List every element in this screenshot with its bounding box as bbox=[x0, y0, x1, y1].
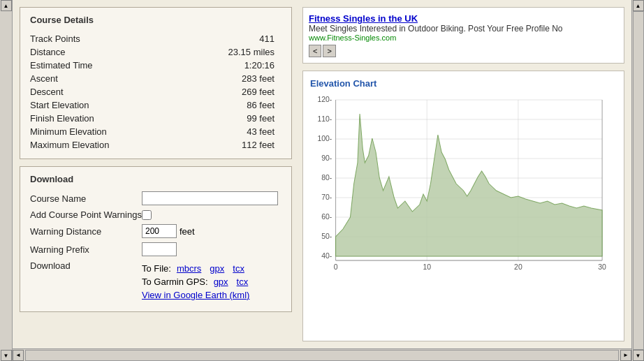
add-warnings-checkbox[interactable] bbox=[142, 210, 152, 220]
detail-label: Distance bbox=[30, 45, 142, 59]
svg-text:120-: 120- bbox=[317, 96, 332, 103]
detail-value: 23.15 miles bbox=[142, 45, 281, 59]
chart-title: Elevation Chart bbox=[310, 78, 617, 89]
add-warnings-row: Add Course Point Warnings bbox=[30, 209, 281, 220]
scroll-right-button[interactable]: ► bbox=[620, 350, 631, 361]
detail-label: Descent bbox=[30, 85, 142, 98]
detail-value: 411 bbox=[142, 32, 281, 45]
download-title: Download bbox=[30, 174, 281, 184]
ad-navigation: < > bbox=[309, 45, 618, 57]
course-name-input[interactable] bbox=[142, 191, 278, 205]
right-scroll-down-button[interactable]: ▼ bbox=[633, 350, 644, 361]
warning-distance-row: Warning Distance feet bbox=[30, 224, 281, 238]
svg-text:90-: 90- bbox=[321, 154, 332, 162]
warning-distance-unit: feet bbox=[180, 226, 195, 237]
table-row: Track Points411 bbox=[30, 32, 281, 45]
tcx-file-link[interactable]: tcx bbox=[233, 263, 244, 274]
course-details-box: Course Details Track Points411Distance23… bbox=[20, 7, 292, 159]
svg-text:110-: 110- bbox=[317, 115, 332, 123]
download-label: Download bbox=[30, 260, 142, 271]
to-file-label: To File: bbox=[142, 263, 171, 274]
detail-label: Estimated Time bbox=[30, 59, 142, 72]
detail-value: 99 feet bbox=[142, 112, 281, 125]
warning-prefix-row: Warning Prefix bbox=[30, 242, 281, 256]
scroll-up-button[interactable]: ▲ bbox=[1, 0, 12, 11]
tcx-garmin-link[interactable]: tcx bbox=[237, 277, 249, 287]
warning-prefix-input[interactable] bbox=[142, 242, 177, 256]
left-panel: Course Details Track Points411Distance23… bbox=[20, 7, 292, 341]
svg-text:40-: 40- bbox=[321, 252, 332, 260]
detail-label: Finish Elevation bbox=[30, 112, 142, 125]
scroll-left-button[interactable]: ◄ bbox=[13, 350, 24, 361]
scroll-down-button[interactable]: ▼ bbox=[1, 350, 12, 361]
to-file-row: To File: mbcrs gpx tcx bbox=[142, 263, 249, 274]
table-row: Distance23.15 miles bbox=[30, 45, 281, 59]
table-row: Estimated Time1:20:16 bbox=[30, 59, 281, 72]
svg-text:80-: 80- bbox=[321, 174, 332, 182]
warning-prefix-label: Warning Prefix bbox=[30, 244, 142, 255]
detail-value: 112 feet bbox=[142, 138, 281, 152]
download-box: Download Course Name Add Course Point Wa… bbox=[20, 166, 292, 312]
ad-url: www.Fitness-Singles.com bbox=[309, 34, 618, 42]
svg-text:10: 10 bbox=[423, 263, 431, 271]
bottom-scrollbar: ◄ ► bbox=[13, 348, 631, 361]
table-row: Ascent283 feet bbox=[30, 72, 281, 85]
to-garmin-row: To Garmin GPS: gpx tcx bbox=[142, 277, 249, 287]
elevation-area bbox=[336, 114, 603, 256]
download-links: To File: mbcrs gpx tcx To Garmin GPS: gp… bbox=[142, 263, 249, 300]
detail-value: 283 feet bbox=[142, 72, 281, 85]
table-row: Minimum Elevation43 feet bbox=[30, 125, 281, 138]
detail-label: Minimum Elevation bbox=[30, 125, 142, 138]
course-details-table: Track Points411Distance23.15 milesEstima… bbox=[30, 32, 281, 152]
course-name-label: Course Name bbox=[30, 193, 142, 204]
detail-label: Ascent bbox=[30, 72, 142, 85]
detail-label: Maximum Elevation bbox=[30, 138, 142, 152]
table-row: Start Elevation86 feet bbox=[30, 98, 281, 112]
svg-text:50-: 50- bbox=[321, 233, 332, 240]
detail-label: Start Elevation bbox=[30, 98, 142, 112]
detail-value: 269 feet bbox=[142, 85, 281, 98]
left-scrollbar: ▲ ▼ bbox=[0, 0, 13, 361]
ad-box: Fitness Singles in the UK Meet Singles I… bbox=[302, 7, 624, 64]
mbcrs-link[interactable]: mbcrs bbox=[177, 263, 201, 274]
course-name-row: Course Name bbox=[30, 191, 281, 205]
warning-distance-input[interactable] bbox=[142, 224, 177, 238]
svg-text:70-: 70- bbox=[321, 193, 332, 201]
elevation-chart-svg: 120- 110- 100- 90- 80- 70- bbox=[310, 93, 617, 274]
svg-text:0: 0 bbox=[334, 263, 338, 271]
svg-text:100-: 100- bbox=[317, 135, 332, 142]
to-garmin-label: To Garmin GPS: bbox=[142, 277, 208, 287]
horizontal-scroll-track[interactable] bbox=[25, 350, 619, 361]
ad-title[interactable]: Fitness Singles in the UK bbox=[309, 13, 618, 24]
svg-text:20: 20 bbox=[514, 263, 522, 271]
ad-prev-button[interactable]: < bbox=[309, 45, 321, 57]
vertical-scroll-track[interactable] bbox=[633, 11, 644, 350]
download-links-row: Download To File: mbcrs gpx tcx bbox=[30, 260, 281, 300]
table-row: Descent269 feet bbox=[30, 85, 281, 98]
ad-next-button[interactable]: > bbox=[323, 45, 335, 57]
detail-value: 1:20:16 bbox=[142, 59, 281, 72]
right-panel: Fitness Singles in the UK Meet Singles I… bbox=[302, 7, 624, 341]
warning-distance-label: Warning Distance bbox=[30, 226, 142, 237]
table-row: Finish Elevation99 feet bbox=[30, 112, 281, 125]
chart-container: 120- 110- 100- 90- 80- 70- bbox=[310, 93, 617, 274]
ad-description: Meet Singles Interested in Outdoor Bikin… bbox=[309, 24, 618, 34]
view-google-link[interactable]: View in Google Earth (kml) bbox=[142, 290, 249, 300]
gpx-file-link[interactable]: gpx bbox=[210, 263, 224, 274]
detail-value: 86 feet bbox=[142, 98, 281, 112]
svg-text:60-: 60- bbox=[321, 213, 332, 221]
add-warnings-label: Add Course Point Warnings bbox=[30, 209, 142, 220]
gpx-garmin-link[interactable]: gpx bbox=[214, 277, 228, 287]
right-scroll-up-button[interactable]: ▲ bbox=[633, 0, 644, 11]
right-scrollbar: ▲ ▼ bbox=[631, 0, 644, 361]
svg-text:30: 30 bbox=[598, 263, 606, 271]
view-google-row: View in Google Earth (kml) bbox=[142, 290, 249, 300]
detail-label: Track Points bbox=[30, 32, 142, 45]
table-row: Maximum Elevation112 feet bbox=[30, 138, 281, 152]
course-details-title: Course Details bbox=[30, 15, 281, 25]
detail-value: 43 feet bbox=[142, 125, 281, 138]
elevation-chart-box: Elevation Chart 120- 110- 100- bbox=[302, 71, 624, 341]
